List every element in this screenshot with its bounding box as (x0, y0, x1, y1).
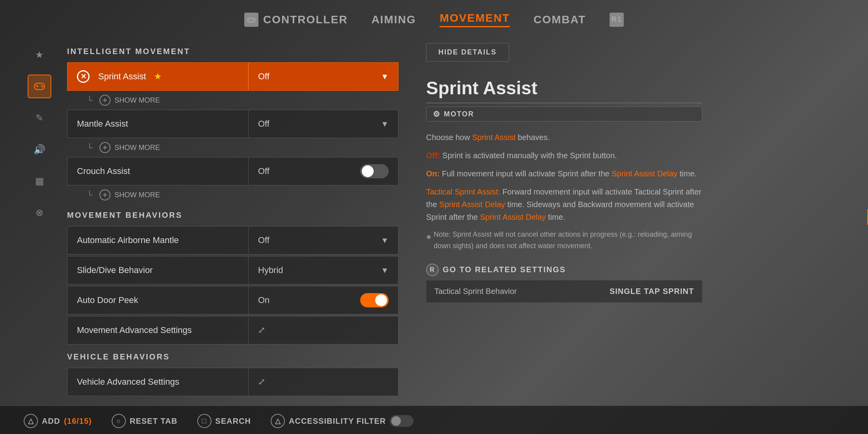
nav-item-movement[interactable]: MOVEMENT (440, 12, 510, 27)
detail-description: Choose how Sprint Assist behaves. (426, 131, 702, 144)
mantle-assist-label: Mantle Assist (67, 119, 248, 129)
vehicle-advanced-settings-value: ⤢ (248, 368, 398, 396)
sprint-assist-show-more[interactable]: └ SHOW MORE (67, 92, 398, 108)
svg-point-1 (252, 19, 254, 21)
accessibility-toggle-knob (391, 416, 401, 426)
movement-behaviors-title: MOVEMENT BEHAVIORS (67, 211, 398, 220)
accessibility-icon: △ (271, 414, 285, 428)
tactical-sprint-label: Tactical Sprint Assist: (426, 187, 500, 196)
auto-door-peek-value: On (248, 286, 398, 314)
x-button-icon: ✕ (77, 70, 90, 83)
add-icon: △ (24, 414, 38, 428)
search-action[interactable]: □ SEARCH (197, 414, 251, 428)
extra-nav-icon: R1 (610, 13, 624, 27)
crouch-assist-row[interactable]: Crouch Assist Off (67, 157, 398, 185)
slide-dive-behavior-label: Slide/Dive Behavior (67, 265, 248, 275)
slide-dive-behavior-value: Hybrid ▼ (248, 256, 398, 284)
crouch-assist-show-more[interactable]: └ SHOW MORE (67, 187, 398, 203)
sprint-assist-note-ref: Sprint Assist (453, 230, 492, 238)
sprint-assist-delay-ref-1: Sprint Assist Delay (612, 169, 677, 178)
sprint-assist-value: Off ▼ (248, 63, 398, 90)
add-count: (16/15) (64, 417, 92, 426)
sprint-assist-ref-1: Sprint Assist (472, 133, 516, 142)
vehicle-behaviors-title: VEHICLE BEHAVIORS (67, 352, 398, 361)
automatic-airborne-mantle-label: Automatic Airborne Mantle (67, 235, 248, 245)
indent-arrow-1: └ (87, 96, 92, 105)
sidebar-item-edit[interactable]: ✎ (28, 106, 51, 130)
automatic-airborne-mantle-row[interactable]: Automatic Airborne Mantle Off ▼ (67, 226, 398, 254)
related-tactical-sprint-value: SINGLE TAP SPRINT (610, 287, 694, 296)
auto-door-peek-toggle[interactable] (360, 293, 389, 307)
nav-item-extra[interactable]: R1 (610, 13, 624, 27)
detail-title: Sprint Assist (426, 77, 702, 103)
related-tactical-sprint-label: Tactical Sprint Behavior (434, 287, 610, 296)
reset-tab-action[interactable]: ○ RESET TAB (112, 414, 178, 428)
detail-note: ● Note: Sprint Assist will not cancel ot… (426, 229, 702, 252)
indent-arrow-3: └ (87, 191, 92, 200)
related-settings-title: R GO TO RELATED SETTINGS (426, 264, 702, 276)
related-settings: R GO TO RELATED SETTINGS Tactical Sprint… (426, 264, 702, 303)
svg-rect-12 (103, 147, 107, 148)
auto-door-peek-label: Auto Door Peek (67, 295, 248, 305)
sidebar: ★ ✎ 🔊 ▦ ⊗ (24, 35, 55, 406)
indent-arrow-2: └ (87, 143, 92, 152)
crouch-assist-toggle[interactable] (360, 164, 389, 178)
mantle-assist-value: Off ▼ (248, 110, 398, 138)
sidebar-item-audio[interactable]: 🔊 (28, 138, 51, 161)
note-bullet: ● (426, 230, 431, 252)
svg-rect-6 (37, 85, 38, 87)
svg-rect-14 (103, 195, 107, 195)
svg-rect-10 (103, 100, 107, 101)
movement-advanced-settings-value: ⤢ (248, 316, 398, 344)
hide-details-button[interactable]: HIDE DETAILS (426, 43, 509, 62)
vehicle-advanced-settings-row[interactable]: Vehicle Advanced Settings ⤢ (67, 368, 398, 396)
content-area: ★ ✎ 🔊 ▦ ⊗ (0, 35, 868, 406)
sidebar-item-controller[interactable] (28, 75, 51, 98)
audio-icon: 🔊 (34, 144, 45, 155)
detail-tactical-description: Tactical Sprint Assist: Forward movement… (426, 185, 702, 223)
off-label: Off: (426, 151, 440, 160)
auto-door-peek-row[interactable]: Auto Door Peek On (67, 286, 398, 314)
mantle-assist-chevron: ▼ (381, 120, 389, 129)
vehicle-advanced-settings-label: Vehicle Advanced Settings (67, 377, 248, 387)
nav-item-controller[interactable]: CONTROLLER (244, 13, 348, 27)
movement-advanced-settings-label: Movement Advanced Settings (67, 325, 248, 335)
svg-point-8 (42, 86, 43, 88)
controller-icon (244, 13, 258, 27)
detail-badge: ⚙ MOTOR (426, 107, 702, 122)
sprint-assist-star: ★ (154, 71, 162, 82)
mantle-assist-row[interactable]: Mantle Assist Off ▼ (67, 110, 398, 138)
nav-item-aiming[interactable]: AIMING (371, 13, 416, 26)
detail-off-description: Off: Sprint is activated manually with t… (426, 149, 702, 162)
show-more-icon-3 (99, 189, 110, 200)
mantle-assist-show-more[interactable]: └ SHOW MORE (67, 140, 398, 155)
svg-point-7 (41, 85, 42, 86)
nav-item-combat[interactable]: COMBAT (533, 13, 586, 26)
related-row-tactical-sprint[interactable]: Tactical Sprint Behavior SINGLE TAP SPRI… (426, 280, 702, 303)
intelligent-movement-title: INTELLIGENT MOVEMENT (67, 47, 398, 56)
movement-advanced-settings-row[interactable]: Movement Advanced Settings ⤢ (67, 316, 398, 344)
sprint-assist-row[interactable]: ✕ Sprint Assist ★ Off ▼ (67, 62, 398, 91)
accessibility-toggle[interactable] (390, 415, 413, 427)
crouch-assist-label: Crouch Assist (67, 166, 248, 176)
crouch-assist-value: Off (248, 157, 398, 185)
accessibility-action[interactable]: △ ACCESSIBILITY FILTER (271, 414, 413, 428)
add-action[interactable]: △ ADD (16/15) (24, 414, 92, 428)
show-more-icon-1 (99, 95, 110, 106)
show-more-icon-2 (99, 142, 110, 153)
sidebar-item-network[interactable]: ⊗ (28, 201, 51, 224)
settings-panel: INTELLIGENT MOVEMENT ✕ Sprint Assist ★ O… (55, 35, 410, 406)
auto-door-peek-knob (375, 294, 387, 306)
svg-rect-3 (249, 19, 250, 21)
detail-on-description: On: Full movement input will activate Sp… (426, 167, 702, 180)
sprint-assist-delay-ref-3: Sprint Assist Delay (480, 213, 546, 221)
sidebar-item-favorites[interactable]: ★ (28, 43, 51, 67)
on-label: On: (426, 169, 440, 178)
r-button-icon: R (426, 264, 439, 276)
bottom-bar: △ ADD (16/15) ○ RESET TAB □ SEARCH △ ACC… (0, 406, 868, 434)
network-icon: ⊗ (36, 207, 43, 218)
sidebar-item-display[interactable]: ▦ (28, 169, 51, 193)
motor-icon: ⚙ (433, 109, 441, 119)
slide-dive-behavior-row[interactable]: Slide/Dive Behavior Hybrid ▼ (67, 256, 398, 284)
crouch-assist-toggle-knob (362, 165, 374, 177)
